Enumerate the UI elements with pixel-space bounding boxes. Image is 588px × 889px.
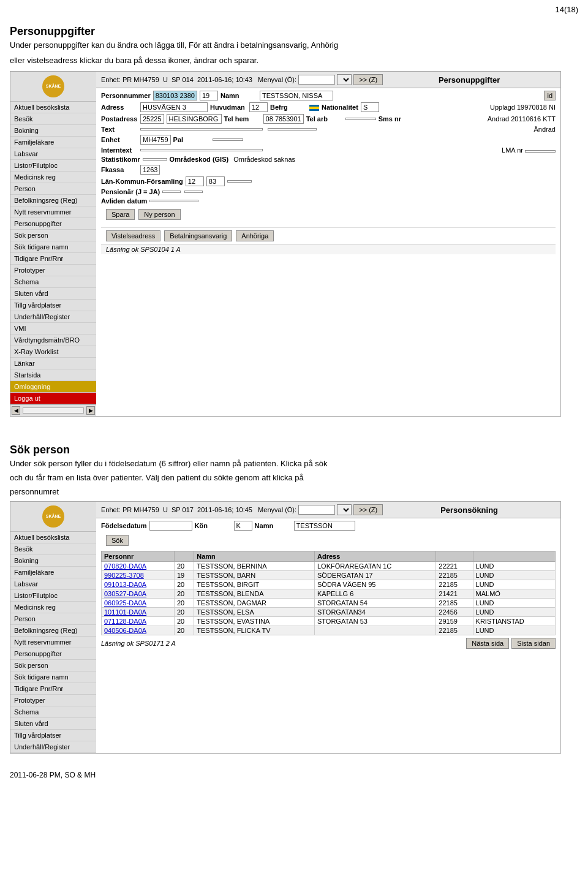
sidebar-scrollbar-1[interactable]: ◀ ▶ [10, 404, 96, 416]
table-row: 030527-DA0A20TESTSSON, BLENDAKAPELLG 621… [102, 589, 556, 599]
cell-personnr[interactable]: 101101-DA0A [102, 608, 175, 617]
huvudman-value: 12 [249, 102, 268, 112]
sidebar2-item-personuppgifter[interactable]: Personuppgifter [10, 648, 96, 660]
col-personnr: Personnr [102, 551, 175, 562]
sidebar-item-besok[interactable]: Besök [10, 113, 96, 125]
app1-header-info: Enhet: PR MH4759 U SP 014 2011-06-16; 10… [101, 74, 383, 85]
app1-title: Personuppgifter [383, 75, 556, 85]
sidebar-item-familjelakare[interactable]: Familjeläkare [10, 137, 96, 148]
betalningsansvarig-button[interactable]: Betalningsansvarig [164, 230, 232, 241]
sidebar-item-lankar[interactable]: Länkar [10, 358, 96, 369]
sidebar2-item-underhall[interactable]: Underhåll/Register [10, 741, 96, 753]
lmanr-label: LMA nr [502, 146, 523, 154]
app2-zz-button[interactable]: >> (Z) [353, 504, 383, 515]
sidebar2-item-nytt-reservnr[interactable]: Nytt reservnummer [10, 637, 96, 648]
namn-search-input[interactable] [294, 521, 355, 531]
id-button[interactable]: id [544, 91, 556, 100]
sidebar-item-sluten[interactable]: Sluten vård [10, 288, 96, 300]
sidebar-item-personuppgifter[interactable]: Personuppgifter [10, 218, 96, 230]
cell-namn: TESTSSON, FLICKA TV [194, 626, 315, 635]
sidebar2-item-schema[interactable]: Schema [10, 706, 96, 718]
app2-enhet-label: Enhet: [101, 506, 121, 513]
sidebar2-item-besok[interactable]: Besök [10, 543, 96, 555]
sidebar2-item-sluten[interactable]: Sluten vård [10, 718, 96, 730]
page-number: 14(18) [0, 0, 588, 19]
app2-sp-value: SP 017 [172, 506, 194, 513]
sidebar2-item-medicinsk[interactable]: Medicinsk reg [10, 602, 96, 613]
menyval-input[interactable] [298, 75, 335, 85]
sok-button[interactable]: Sök [106, 535, 129, 546]
sidebar-item-nytt-reservnr[interactable]: Nytt reservnummer [10, 206, 96, 218]
andrad-label: Ändrad [488, 115, 509, 123]
sidebar-item-logga-ut[interactable]: Logga ut [10, 393, 96, 404]
cell-adress: SÖDRA VÄGEN 95 [315, 580, 436, 589]
cell-personnr[interactable]: 071128-DA0A [102, 617, 175, 626]
cell-personnr[interactable]: 030527-DA0A [102, 589, 175, 599]
menyval-select[interactable] [337, 74, 352, 85]
sidebar2-item-aktuell[interactable]: Aktuell besökslista [10, 532, 96, 543]
sidebar2-item-tillg[interactable]: Tillg vårdplatser [10, 730, 96, 741]
sidebar-item-sok-tidare[interactable]: Sök tidigare namn [10, 241, 96, 253]
sidebar-item-vmi[interactable]: VMI [10, 323, 96, 335]
nasta-sida-button[interactable]: Nästa sida [466, 638, 509, 649]
sidebar-item-prototyper[interactable]: Prototyper [10, 265, 96, 276]
sidebar-item-vardtyngd[interactable]: Vårdtyngdsmätn/BRO [10, 335, 96, 346]
cell-age: 20 [174, 589, 194, 599]
sidebar2-item-person[interactable]: Person [10, 613, 96, 625]
sidebar-item-underhall[interactable]: Underhåll/Register [10, 311, 96, 323]
app2-menyval-input[interactable] [298, 505, 335, 515]
avliden-value [149, 200, 198, 202]
sidebar-item-tillg[interactable]: Tillg vårdplatser [10, 300, 96, 311]
sidebar-item-xray[interactable]: X-Ray Worklist [10, 346, 96, 358]
scroll-left-arrow[interactable]: ◀ [12, 406, 20, 415]
sidebar-item-listor[interactable]: Listor/Filutploc [10, 160, 96, 172]
search-row: Födelsedatum Kön K Namn [101, 521, 556, 531]
sidebar-item-labsvar[interactable]: Labsvar [10, 148, 96, 160]
cell-ort: LUND [473, 562, 555, 571]
sidebar-item-bokning[interactable]: Bokning [10, 125, 96, 137]
lankomm-label: Län-Kommun-Församling [101, 178, 183, 185]
sidebar2-item-prototyper[interactable]: Prototyper [10, 695, 96, 706]
table-row: 071128-DA0A20TESTSSON, EVASTINASTORGATAN… [102, 617, 556, 626]
sidebar2-item-labsvar[interactable]: Labsvar [10, 578, 96, 590]
cell-personnr[interactable]: 070820-DA0A [102, 562, 175, 571]
menyval-label: Menyval (Ö): [258, 76, 296, 83]
sidebar-item-sok-person[interactable]: Sök person [10, 230, 96, 241]
sidebar2-item-tidigare-pnr[interactable]: Tidigare Pnr/Rnr [10, 683, 96, 695]
sista-sidan-button[interactable]: Sista sidan [511, 638, 556, 649]
cell-personnr[interactable]: 990225-3708 [102, 571, 175, 580]
enhet-row: Enhet MH4759 Pal [101, 135, 556, 145]
sidebar-item-person[interactable]: Person [10, 183, 96, 195]
sidebar-item-medicinsk[interactable]: Medicinsk reg [10, 172, 96, 183]
sidebar-logo-2: SKÅNE [10, 502, 96, 532]
kon-label: Kön [195, 522, 232, 529]
ny-person-button[interactable]: Ny person [138, 209, 180, 220]
sidebar2-item-familjelakare[interactable]: Familjeläkare [10, 567, 96, 578]
cell-personnr[interactable]: 040506-DA0A [102, 626, 175, 635]
sidebar2-item-sok-tidigare[interactable]: Sök tidigare namn [10, 671, 96, 683]
sidebar-item-omloggning[interactable]: Omloggning [10, 381, 96, 393]
cell-age: 19 [174, 571, 194, 580]
sidebar-item-befolkning[interactable]: Befolkningsreg (Reg) [10, 195, 96, 206]
anhoriga-button[interactable]: Anhöriga [236, 230, 274, 241]
section1-desc2: eller vistelseadress klickar du bara på … [0, 56, 588, 71]
sidebar2-item-sok-person[interactable]: Sök person [10, 660, 96, 671]
scroll-right-arrow[interactable]: ▶ [86, 406, 95, 415]
fodelsedatum-input[interactable] [149, 521, 192, 531]
vistelseadress-button[interactable]: Vistelseadress [106, 230, 160, 241]
sidebar-item-startsida[interactable]: Startsida [10, 369, 96, 381]
sidebar-item-schema[interactable]: Schema [10, 276, 96, 288]
sidebar-item-tidigare-pnr[interactable]: Tidigare Pnr/Rnr [10, 253, 96, 265]
sidebar-item-aktuell[interactable]: Aktuell besökslista [10, 102, 96, 113]
cell-postnr: 22456 [436, 608, 473, 617]
cell-personnr[interactable]: 091013-DA0A [102, 580, 175, 589]
save-button[interactable]: Spara [106, 209, 135, 220]
sidebar2-item-befolkning[interactable]: Befolkningsreg (Reg) [10, 625, 96, 637]
lmanr-value [525, 150, 556, 153]
zz-button[interactable]: >> (Z) [353, 74, 383, 85]
app2-menyval-select[interactable] [337, 504, 352, 515]
sidebar2-item-listor[interactable]: Listor/Filutploc [10, 590, 96, 602]
scroll-track[interactable] [23, 407, 84, 414]
sidebar2-item-bokning[interactable]: Bokning [10, 555, 96, 567]
cell-personnr[interactable]: 060925-DA0A [102, 599, 175, 608]
